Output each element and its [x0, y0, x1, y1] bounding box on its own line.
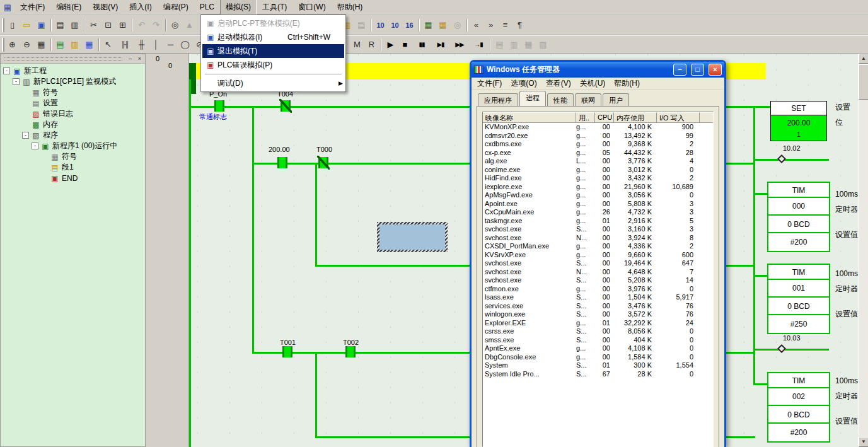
tree-item[interactable]: ▤ 段1 [1, 162, 145, 173]
tree-item[interactable]: ▣ END [1, 173, 145, 183]
text-size-10b-button[interactable]: 10 [388, 18, 402, 32]
panel-splitter[interactable] [146, 54, 151, 447]
tree-item[interactable]: - ▧ 程序 [1, 130, 145, 141]
column-header-io-writes[interactable]: I/O 写入 [657, 112, 700, 123]
timer-block-1[interactable]: TIM 001 0 BCD #250 [767, 264, 830, 334]
tree-item[interactable]: ▦ 符号 [1, 87, 145, 98]
grid-green-button[interactable]: ▦ [421, 18, 436, 32]
close-button[interactable]: × [709, 64, 722, 76]
text-size-16-button[interactable]: 16 [402, 18, 417, 32]
maximize-button[interactable]: □ [691, 64, 704, 76]
monitor-plc-mode-button[interactable]: M [350, 37, 364, 52]
process-row[interactable]: HidFind.exe g... 00 3,432 K 2 [483, 174, 713, 183]
grid-toggle-button[interactable]: ▦ [34, 37, 49, 52]
symbol-view-button[interactable]: ▦ [82, 37, 96, 52]
tm-menu-help[interactable]: 帮助(H) [610, 77, 644, 90]
indent-left-button[interactable]: « [469, 18, 483, 32]
process-row[interactable]: svchost.exe N... 00 4,648 K 7 [483, 268, 713, 277]
coil-button[interactable]: ◯ [178, 37, 192, 52]
sim-continuous-step-button[interactable]: ▶▶ [450, 37, 469, 52]
paste-button[interactable]: ⊞ [115, 18, 130, 32]
zoom-out-button[interactable]: ⊖ [20, 37, 34, 52]
sim-step-run-button[interactable]: ▶▮ [431, 37, 450, 52]
contact-p-on[interactable] [214, 100, 224, 112]
monitor-data-button[interactable]: ◎ [450, 18, 465, 32]
process-row[interactable]: System Idle Pro... S... 67 28 K 0 [483, 370, 713, 379]
print-button[interactable]: ▤ [53, 18, 67, 32]
task-manager-titlebar[interactable]: Windows 任务管理器 − □ × [472, 62, 724, 78]
minimize-button[interactable]: − [673, 64, 686, 76]
menu-item-exit-simulation[interactable]: ▣ 退出模拟(T) [202, 44, 344, 58]
sim-pause-button[interactable]: ▮▮ [412, 37, 431, 52]
select-tool-button[interactable]: ↖ [101, 37, 115, 52]
menu-edit[interactable]: 编辑(E) [50, 0, 87, 15]
new-project-button[interactable]: ▯ [5, 18, 20, 32]
menu-item-start-simulator[interactable]: ▣ 起动模拟器(I) Ctrl+Shift+W [202, 30, 344, 44]
column-header-cpu[interactable]: CPU [595, 112, 614, 123]
tab-applications[interactable]: 应用程序 [478, 93, 518, 107]
menu-item-plc-error-simulation[interactable]: ▣ PLC错误模拟(P) [202, 58, 344, 72]
tree-item[interactable]: - ▣ 新程序1 (00)运行中 [1, 141, 145, 151]
process-row[interactable]: svchost.exe S... 00 5,208 K 14 [483, 276, 713, 285]
process-row[interactable]: ApntEx.exe g... 00 4,108 K 0 [483, 344, 713, 353]
cut-button[interactable]: ✂ [86, 18, 101, 32]
column-header-memory[interactable]: 内存使用 [614, 112, 657, 123]
workspace-titlebar[interactable]: – × [1, 54, 145, 64]
tm-menu-file[interactable]: 文件(F) [473, 77, 506, 90]
process-row[interactable]: svchost.exe N... 00 3,924 K 8 [483, 234, 713, 243]
open-project-button[interactable]: ▭ [20, 18, 34, 32]
process-row[interactable]: alg.exe L... 00 3,776 K 4 [483, 157, 713, 166]
timer-block-2[interactable]: TIM 002 0 BCD #200 [767, 372, 830, 443]
process-row[interactable]: services.exe S... 00 3,476 K 76 [483, 302, 713, 311]
horizontal-line-button[interactable]: ─ [163, 37, 178, 52]
contact-200-00[interactable] [277, 157, 287, 168]
print-preview-button[interactable]: ▥ [67, 18, 82, 32]
vertical-line-button[interactable]: │ [149, 37, 163, 52]
menu-item-debug[interactable]: 调试(D) ▶ [202, 76, 344, 90]
process-row[interactable]: cdmsvr20.exe g... 00 13,492 K 99 [483, 132, 713, 141]
redo-button[interactable]: ↷ [149, 18, 163, 32]
styles-button[interactable]: ¶ [512, 18, 527, 32]
process-row[interactable]: Apoint.exe g... 00 5,808 K 3 [483, 200, 713, 209]
find-button[interactable]: ◎ [168, 18, 182, 32]
process-row[interactable]: smss.exe S... 00 404 K 0 [483, 336, 713, 345]
process-row[interactable]: KVSrvXP.exe g... 00 9,660 K 600 [483, 251, 713, 260]
timer-block-0[interactable]: TIM 000 0 BCD #200 [767, 182, 830, 252]
tab-networking[interactable]: 联网 [575, 93, 601, 107]
scroll-down-button[interactable]: ▼ [859, 437, 868, 447]
zoom-in-button[interactable]: ⊕ [5, 37, 20, 52]
window-layout-2-button[interactable]: ▥ [507, 37, 521, 52]
run-mode-button[interactable]: R [364, 37, 379, 52]
tree-item[interactable]: - ▣ 新工程 [1, 66, 145, 76]
process-row[interactable]: conime.exe g... 00 3,012 K 0 [483, 166, 713, 175]
tree-item[interactable]: ▩ 内存 [1, 119, 145, 130]
menu-file[interactable]: 文件(F) [14, 0, 50, 15]
process-row[interactable]: iexplore.exe g... 00 21,960 K 10,689 [483, 183, 713, 192]
menu-help[interactable]: 帮助(H) [332, 0, 369, 15]
set-instruction-block[interactable]: SET 200.00 1 [770, 101, 827, 141]
mnemonic-view-button[interactable]: ▥ [67, 37, 82, 52]
tree-item[interactable]: ▦ 符号 [1, 151, 145, 162]
process-row[interactable]: System S... 01 300 K 1,554 [483, 361, 713, 370]
process-row[interactable]: svchost.exe S... 00 19,464 K 647 [483, 259, 713, 268]
process-row[interactable]: cx-p.exe g... 05 44,432 K 28 [483, 149, 713, 158]
tree-item[interactable]: ▤ 设置 [1, 98, 145, 108]
process-row[interactable]: lsass.exe S... 00 1,504 K 5,917 [483, 293, 713, 302]
process-row[interactable]: csrss.exe S... 00 8,056 K 0 [483, 327, 713, 336]
tm-menu-view[interactable]: 查看(V) [541, 77, 576, 90]
sim-stop-button[interactable]: ■ [398, 37, 412, 52]
contact-no-button[interactable]: ╟╢ [115, 37, 134, 52]
process-row[interactable]: svchost.exe S... 00 3,160 K 3 [483, 225, 713, 234]
process-row[interactable]: CXSDI_PortMan.exe g... 00 4,336 K 2 [483, 242, 713, 251]
menu-window[interactable]: 窗口(W) [292, 0, 331, 15]
tm-menu-shutdown[interactable]: 关机(U) [576, 77, 610, 90]
align-button[interactable]: ≡ [498, 18, 512, 32]
column-header-image-name[interactable]: 映像名称 [483, 112, 576, 123]
text-size-10-button[interactable]: 10 [373, 18, 388, 32]
menu-item-start-plcpt-simulation[interactable]: ▣ 启动PLC-PT整体模拟(E) [202, 16, 344, 30]
copy-button[interactable]: ⊡ [101, 18, 115, 32]
mdi-child-icon[interactable]: ▦ [2, 2, 13, 12]
tree-item[interactable]: - ▥ 新PLC1[CP1E] 监视模式 [1, 76, 145, 87]
scrollbar-thumb[interactable] [859, 64, 868, 100]
contact-t001[interactable] [282, 346, 292, 357]
